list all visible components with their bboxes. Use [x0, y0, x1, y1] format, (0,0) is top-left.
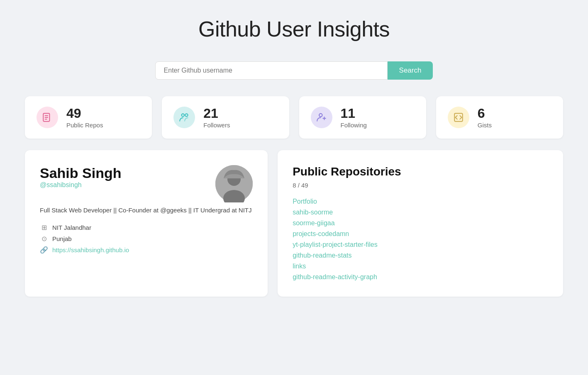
repos-title: Public Repositories — [293, 165, 548, 178]
gists-number: 6 — [478, 106, 492, 121]
profile-name-block: Sahib Singh @ssahibsingh — [40, 165, 121, 199]
profile-username: @ssahibsingh — [40, 181, 121, 189]
repo-link[interactable]: sahib-soorme — [293, 208, 548, 217]
svg-point-6 — [319, 114, 322, 117]
repo-link[interactable]: github-readme-stats — [293, 251, 548, 260]
following-number: 11 — [341, 106, 367, 121]
repo-link[interactable]: github-readme-activity-graph — [293, 273, 548, 282]
profile-card: Sahib Singh @ssahibsingh Full Stack Web … — [25, 150, 268, 297]
meta-location: ⊙ Punjab — [40, 235, 253, 243]
link-icon: 🔗 — [40, 246, 48, 254]
stat-card-gists: 6 Gists — [436, 96, 563, 139]
repos-count: 8 / 49 — [293, 182, 548, 189]
followers-stat-info: 21 Followers — [203, 106, 230, 129]
repo-link[interactable]: links — [293, 262, 548, 271]
followers-number: 21 — [203, 106, 230, 121]
organization-text: NIT Jalandhar — [52, 224, 91, 231]
search-button[interactable]: Search — [388, 61, 433, 80]
repos-icon-wrap — [37, 107, 58, 128]
location-text: Punjab — [52, 235, 72, 242]
repo-link[interactable]: Portfolio — [293, 197, 548, 206]
page-title: Github User Insights — [25, 17, 563, 41]
repos-label: Public Repos — [66, 122, 103, 129]
meta-website: 🔗 https://ssahibsingh.github.io — [40, 246, 253, 254]
following-icon — [316, 112, 327, 123]
search-input[interactable] — [155, 61, 388, 80]
following-icon-wrap — [311, 107, 332, 128]
followers-label: Followers — [203, 122, 230, 129]
book-icon — [42, 112, 53, 123]
stat-card-followers: 21 Followers — [162, 96, 289, 139]
profile-meta: ⊞ NIT Jalandhar ⊙ Punjab 🔗 https://ssahi… — [40, 224, 253, 254]
avatar-image — [215, 165, 253, 202]
svg-point-5 — [185, 114, 188, 117]
stat-card-following: 11 Following — [299, 96, 426, 139]
building-icon: ⊞ — [40, 224, 48, 231]
repo-link[interactable]: projects-codedamn — [293, 229, 548, 239]
following-label: Following — [341, 122, 367, 129]
website-link[interactable]: https://ssahibsingh.github.io — [52, 246, 129, 253]
followers-icon-wrap — [173, 107, 195, 128]
repos-stat-info: 49 Public Repos — [66, 106, 103, 129]
profile-header: Sahib Singh @ssahibsingh — [40, 165, 253, 202]
meta-organization: ⊞ NIT Jalandhar — [40, 224, 253, 231]
repo-link[interactable]: soorme-giigaa — [293, 219, 548, 228]
svg-point-4 — [182, 114, 185, 117]
repo-list: Portfoliosahib-soormesoorme-giigaaprojec… — [293, 197, 548, 282]
code-icon — [453, 112, 464, 123]
followers-icon — [179, 112, 190, 123]
profile-name: Sahib Singh — [40, 165, 121, 181]
gists-icon-wrap — [448, 107, 469, 128]
profile-bio: Full Stack Web Developer || Co-Founder a… — [40, 206, 253, 215]
gists-stat-info: 6 Gists — [478, 106, 492, 129]
avatar — [215, 165, 253, 202]
repos-number: 49 — [66, 106, 103, 121]
following-stat-info: 11 Following — [341, 106, 367, 129]
stat-card-repos: 49 Public Repos — [25, 96, 152, 139]
search-bar: Search — [25, 61, 563, 80]
location-icon: ⊙ — [40, 235, 48, 243]
repo-link[interactable]: yt-playlist-project-starter-files — [293, 240, 548, 249]
repos-card: Public Repositories 8 / 49 Portfoliosahi… — [278, 150, 563, 297]
stats-row: 49 Public Repos 21 Followers — [25, 96, 563, 139]
bottom-row: Sahib Singh @ssahibsingh Full Stack Web … — [25, 150, 563, 297]
gists-label: Gists — [478, 122, 492, 129]
